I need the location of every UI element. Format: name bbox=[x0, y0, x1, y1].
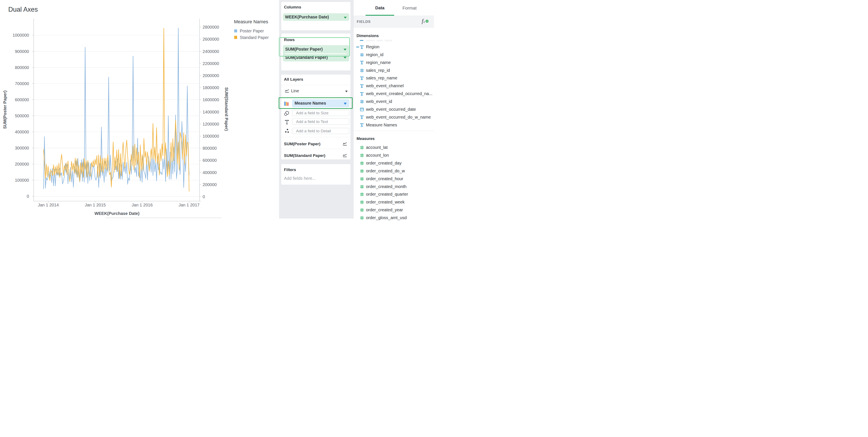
svg-text:SUM(Poster Paper): SUM(Poster Paper) bbox=[3, 91, 7, 129]
svg-text:Jan 1 2014: Jan 1 2014 bbox=[38, 203, 59, 207]
svg-text:2600000: 2600000 bbox=[203, 37, 219, 41]
svg-text:200000: 200000 bbox=[15, 162, 29, 166]
svg-text:SUM(Standard Paper): SUM(Standard Paper) bbox=[224, 87, 229, 131]
svg-text:Jan 1 2016: Jan 1 2016 bbox=[132, 203, 153, 207]
svg-text:1000000: 1000000 bbox=[203, 134, 219, 138]
svg-text:500000: 500000 bbox=[15, 113, 29, 118]
svg-text:100000: 100000 bbox=[15, 178, 29, 182]
svg-text:1000000: 1000000 bbox=[12, 33, 29, 37]
svg-text:200000: 200000 bbox=[203, 182, 217, 187]
svg-text:700000: 700000 bbox=[15, 81, 29, 86]
svg-text:300000: 300000 bbox=[15, 146, 29, 150]
svg-text:2000000: 2000000 bbox=[203, 73, 219, 78]
svg-text:600000: 600000 bbox=[203, 158, 217, 163]
svg-text:1400000: 1400000 bbox=[203, 110, 219, 114]
svg-text:900000: 900000 bbox=[15, 49, 29, 54]
svg-text:0: 0 bbox=[27, 194, 29, 199]
svg-text:0: 0 bbox=[203, 194, 205, 199]
svg-text:400000: 400000 bbox=[203, 170, 217, 175]
svg-text:1800000: 1800000 bbox=[203, 85, 219, 90]
svg-text:2400000: 2400000 bbox=[203, 49, 219, 54]
svg-text:600000: 600000 bbox=[15, 97, 29, 102]
svg-text:1200000: 1200000 bbox=[203, 122, 219, 126]
svg-text:Jan 1 2017: Jan 1 2017 bbox=[179, 203, 199, 207]
svg-text:1600000: 1600000 bbox=[203, 97, 219, 102]
svg-text:2200000: 2200000 bbox=[203, 61, 219, 66]
svg-text:800000: 800000 bbox=[203, 146, 217, 150]
svg-text:400000: 400000 bbox=[15, 130, 29, 134]
svg-text:800000: 800000 bbox=[15, 65, 29, 70]
svg-text:2800000: 2800000 bbox=[203, 25, 219, 29]
svg-text:WEEK(Purchase Date): WEEK(Purchase Date) bbox=[94, 211, 140, 216]
svg-text:Jan 1 2015: Jan 1 2015 bbox=[85, 203, 106, 207]
